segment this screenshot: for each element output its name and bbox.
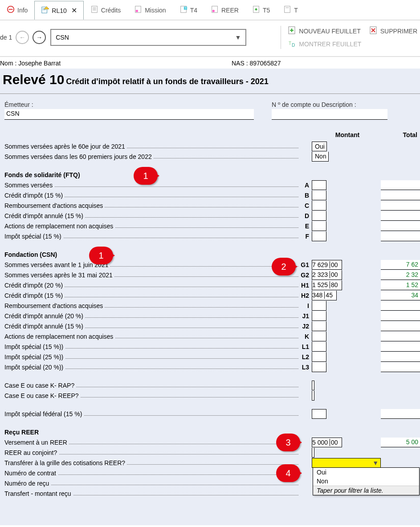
close-icon[interactable]: ✕: [71, 6, 77, 15]
issuer-select-value: CSN: [56, 34, 69, 41]
section-label: Reçu REER: [4, 429, 41, 436]
tab-label: T: [294, 7, 298, 14]
new-slip-button[interactable]: NOUVEAU FEUILLET: [287, 26, 360, 36]
line-csn-I: Remboursement d'actions acquises I: [4, 300, 420, 311]
tab-credits[interactable]: Crédits: [84, 0, 127, 20]
svg-text:?: ?: [184, 6, 186, 10]
chevron-down-icon: ▼: [372, 459, 379, 466]
col-montant: Montant: [316, 131, 379, 138]
box-code: F: [298, 233, 312, 240]
tab-label: T5: [263, 7, 270, 14]
tab-label: REER: [221, 7, 239, 14]
montant-cell[interactable]: [312, 362, 381, 372]
tab-rl10[interactable]: RL10 ✕: [34, 1, 83, 20]
tab-label: Info: [17, 7, 28, 14]
line-label: Sommes versées dans les 60 premiers jour…: [4, 153, 154, 160]
tab-info[interactable]: Info: [0, 0, 34, 20]
svg-text:D: D: [292, 43, 295, 48]
montant-cell[interactable]: 7 62900: [312, 260, 381, 270]
montant-cell[interactable]: [312, 231, 381, 241]
montant-cell[interactable]: [312, 391, 381, 401]
total-cell: [381, 321, 420, 331]
dropdown-option-oui[interactable]: Oui: [313, 468, 419, 477]
montant-cell[interactable]: 1 52580: [312, 280, 381, 290]
svg-rect-20: [285, 6, 290, 12]
line-case-rap: Case E ou case K- RAP?: [4, 380, 420, 390]
show-slip-button[interactable]: TD MONTRER FEUILLET: [287, 39, 361, 49]
tab-t4[interactable]: ? T4: [173, 0, 204, 20]
total-cell: [381, 201, 420, 211]
line-ftq-E: Actions de remplacement non acquises E: [4, 221, 420, 231]
line-case-reep: Case E ou case K- REEP?: [4, 390, 420, 401]
montant-cell[interactable]: [312, 191, 381, 200]
form-plus-icon: [252, 5, 260, 15]
box-code: E: [298, 223, 312, 230]
form-title: Relevé 10 Crédit d'impôt relatif à un fo…: [0, 70, 420, 94]
transfer-dropdown[interactable]: ▼: [312, 458, 381, 468]
tab-reer[interactable]: REER: [204, 0, 245, 20]
line-label: Crédit d'impôt annulé (20 %): [4, 312, 85, 320]
montant-cell[interactable]: [312, 301, 381, 311]
col-total: Total: [379, 131, 420, 138]
box-code: L2: [298, 353, 312, 361]
montant-cell[interactable]: [312, 311, 381, 321]
tab-label: RL10: [52, 7, 66, 14]
montant-cell[interactable]: [312, 352, 381, 362]
tab-t-extra[interactable]: T: [277, 0, 305, 20]
line-label: Crédit d'impôt (15 %): [4, 192, 65, 199]
total-cell: [381, 332, 420, 341]
box-code: H2: [298, 292, 312, 299]
montant-cell[interactable]: [312, 342, 381, 352]
dropdown-option-non[interactable]: Non: [313, 477, 419, 486]
issuer-select[interactable]: CSN ▼: [50, 29, 246, 46]
form-pink-icon: [211, 5, 219, 15]
line-ftq-C: Remboursement d'actions acquises C: [4, 200, 420, 211]
montant-cell[interactable]: 5 00000: [312, 438, 381, 447]
montant-cell[interactable]: [312, 201, 381, 211]
minus-red-icon: [7, 5, 15, 15]
tab-t5[interactable]: T5: [245, 0, 277, 20]
montant-cell[interactable]: Oui: [312, 142, 381, 151]
line-reer-conjoint: REER au conjoint?: [4, 447, 420, 458]
callout-1b: 1: [89, 247, 113, 264]
montant-cell[interactable]: [312, 332, 381, 341]
line-csn-G2: Sommes versées après le 31 mai 2021 G2 2…: [4, 270, 420, 280]
montant-cell[interactable]: [312, 381, 381, 390]
montant-cell[interactable]: Non: [312, 152, 381, 162]
box-code: H1: [298, 282, 312, 289]
form-pink-icon: [134, 5, 142, 15]
line-label: Numéro de reçu: [4, 480, 51, 487]
line-reer-transfer: Transférer à la grille des cotisations R…: [4, 458, 420, 468]
header-fields: Émetteur : CSN N º de compte ou Descript…: [0, 94, 420, 122]
montant-cell[interactable]: 2 32300: [312, 270, 381, 280]
compte-input[interactable]: [272, 109, 387, 120]
lines-table: Montant Total Sommes versées après le 60…: [0, 122, 420, 499]
line-label: Impôt spécial fédéral (15 %): [4, 410, 84, 418]
line-csn-G1: Sommes versées avant le 1 juin 2021 G1 7…: [4, 259, 420, 270]
montant-cell[interactable]: [312, 180, 381, 190]
box-code: L3: [298, 364, 312, 371]
montant-cell[interactable]: [312, 448, 381, 458]
montant-cell[interactable]: [312, 409, 381, 419]
dropdown-filter-hint[interactable]: Taper pour filtrer la liste.: [313, 486, 419, 495]
line-label: Sommes versées après le 31 mai 2021: [4, 272, 114, 279]
emetteur-input[interactable]: CSN: [4, 109, 254, 120]
line-ftq-B: Crédit d'impôt (15 %) B: [4, 190, 420, 200]
next-button[interactable]: →: [33, 31, 46, 44]
prev-button[interactable]: ←: [16, 31, 29, 44]
montant-cell[interactable]: [312, 221, 381, 231]
client-name-label: Nom :: [0, 60, 16, 67]
delete-slip-button[interactable]: SUPPRIMER: [369, 26, 417, 36]
montant-cell[interactable]: [312, 211, 381, 221]
montant-cell[interactable]: 34845: [312, 291, 381, 300]
tab-label: Crédits: [101, 7, 121, 14]
line-label: Impôt spécial (15 %): [4, 233, 63, 240]
total-cell: 34: [381, 291, 420, 300]
tab-mission[interactable]: Mission: [127, 0, 172, 20]
chevron-down-icon: ▼: [235, 34, 241, 41]
field-compte: N º de compte ou Description :: [272, 101, 387, 120]
montant-cell[interactable]: [312, 321, 381, 331]
total-cell: [381, 301, 420, 311]
box-code: D: [298, 212, 312, 219]
form-warn-icon: [41, 6, 49, 15]
